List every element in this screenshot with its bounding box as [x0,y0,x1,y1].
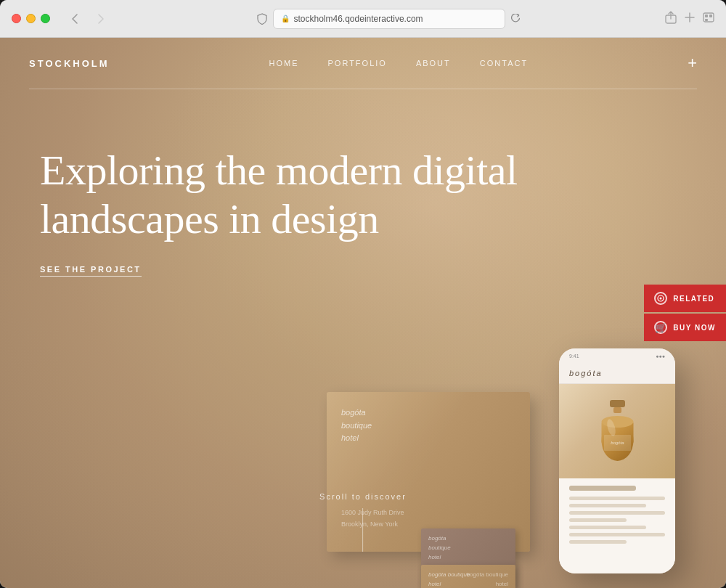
scroll-label: Scroll to discover [319,492,407,501]
phone-mockup: 9:41 ●●● bogóta [559,348,675,573]
refresh-button[interactable] [511,14,520,24]
phone-inner: 9:41 ●●● bogóta [559,348,675,573]
phone-content-title [569,486,636,491]
card-back: bogóta boutiquehotel bogóta boutiquehote… [421,565,515,588]
close-button[interactable] [12,14,21,23]
card-brand-text: bogótaboutiquehotel [428,534,451,562]
minimize-button[interactable] [26,14,36,23]
website-content: STOCKHOLM HOME PORTFOLIO ABOUT CONTACT +… [0,38,726,588]
navbar: STOCKHOLM HOME PORTFOLIO ABOUT CONTACT + [0,38,726,89]
nav-about[interactable]: ABOUT [416,59,451,68]
phone-product-image: bogóta [559,384,675,478]
related-button[interactable]: RELATED [644,285,726,312]
phone-time: 9:41 [569,354,579,359]
svg-rect-2 [705,15,708,17]
phone-app-header: bogóta [559,363,675,384]
phone-content-line-1 [569,497,665,500]
hero-content: Exploring the modern digital landscapes … [40,147,686,277]
addressbar-wrap: 🔒 stockholm46.qodeinteractive.com [120,9,656,29]
share-button[interactable] [665,11,677,27]
browser-actions [665,11,714,27]
nav-divider [29,89,697,89]
phone-app-name: bogóta [569,369,665,377]
maximize-button[interactable] [41,14,50,23]
svg-point-14 [660,298,662,300]
phone-content-line-2 [569,504,646,507]
phone-content-line-4 [569,518,627,522]
back-button[interactable] [65,9,85,29]
browser-frame: 🔒 stockholm46.qodeinteractive.com [0,0,726,588]
svg-text:bogóta: bogóta [611,441,624,445]
hero-title: Exploring the modern digital landscapes … [40,147,519,243]
floating-buttons: RELATED 🛒 BUY NOW [644,285,726,341]
forward-button[interactable] [91,9,111,29]
url-text: stockholm46.qodeinteractive.com [294,14,423,24]
cart-icon: 🛒 [654,321,667,334]
related-icon [654,292,667,305]
nav-home[interactable]: HOME [269,59,299,68]
nav-links: HOME PORTFOLIO ABOUT CONTACT [269,59,529,68]
box-brand-text: bogótaboutiquehotel [341,407,372,445]
phone-status-bar: 9:41 ●●● [559,348,675,363]
phone-content-line-6 [569,533,665,536]
phone-content-line-7 [569,540,627,544]
buy-label: BUY NOW [673,324,716,332]
nav-portfolio[interactable]: PORTFOLIO [328,59,387,68]
hero-cta-link[interactable]: SEE THE PROJECT [40,265,142,277]
scroll-indicator: Scroll to discover [319,492,407,552]
phone-content-line-3 [569,511,665,515]
phone-signal: ●●● [656,354,665,359]
menu-plus-button[interactable]: + [688,55,697,71]
scroll-line [362,508,363,552]
traffic-lights [12,14,50,23]
svg-rect-6 [613,407,621,413]
related-label: RELATED [673,295,714,303]
svg-rect-3 [709,15,712,17]
phone-content-area [559,478,675,573]
site-logo[interactable]: STOCKHOLM [29,58,110,69]
svg-point-9 [601,416,633,428]
tab-overview-button[interactable] [703,12,714,25]
nav-contact[interactable]: CONTACT [480,59,528,68]
card-right-text: bogóta boutiquehotel [467,571,508,588]
svg-rect-4 [705,19,708,21]
svg-rect-5 [610,400,625,407]
lock-icon: 🔒 [281,15,290,23]
card-back-text: bogóta boutiquehotel [428,571,470,588]
perfume-bottle-svg: bogóta [594,399,641,464]
new-tab-button[interactable] [684,12,696,26]
phone-content-line-5 [569,526,646,529]
card-stack: bogótaboutiquehotel bogóta boutiquehotel… [421,528,515,588]
browser-titlebar: 🔒 stockholm46.qodeinteractive.com [0,0,726,38]
shield-icon [257,13,267,25]
buy-now-button[interactable]: 🛒 BUY NOW [644,314,726,341]
address-bar[interactable]: 🔒 stockholm46.qodeinteractive.com [273,9,505,29]
browser-nav-buttons [65,9,111,29]
